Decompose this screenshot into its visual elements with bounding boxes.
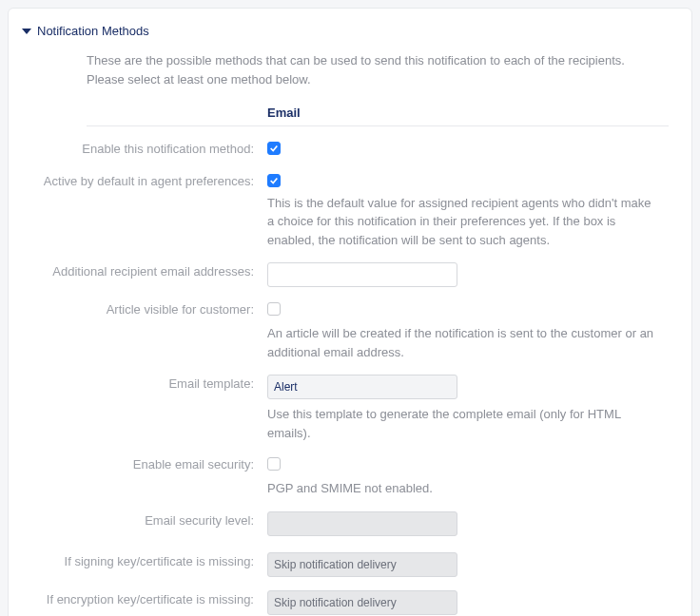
divider <box>87 125 669 126</box>
enable-security-label: Enable email security: <box>22 455 267 498</box>
signing-missing-value: Skip notification delivery <box>274 558 397 571</box>
encryption-missing-select[interactable]: Skip notification delivery <box>267 590 457 615</box>
security-level-label: Email security level: <box>22 511 267 539</box>
additional-recipients-label: Additional recipient email addresses: <box>22 262 267 287</box>
signing-missing-select[interactable]: Skip notification delivery <box>267 552 457 577</box>
security-level-select[interactable] <box>267 511 457 536</box>
caret-down-icon <box>22 29 31 34</box>
check-icon <box>269 176 279 185</box>
enable-security-checkbox[interactable] <box>267 457 281 471</box>
enable-method-label: Enable this notification method: <box>22 140 267 159</box>
additional-recipients-input[interactable] <box>267 262 457 287</box>
email-template-select[interactable]: Alert <box>267 375 457 399</box>
email-template-label: Email template: <box>22 375 267 442</box>
active-default-label: Active by default in agent preferences: <box>22 172 267 250</box>
email-template-help: Use this template to generate the comple… <box>267 405 659 442</box>
column-header-email: Email <box>267 106 678 125</box>
panel-title: Notification Methods <box>37 24 149 38</box>
article-visible-checkbox[interactable] <box>267 302 281 316</box>
article-visible-help: An article will be created if the notifi… <box>267 324 659 361</box>
enable-method-checkbox[interactable] <box>267 142 281 155</box>
enable-security-help: PGP and SMIME not enabled. <box>267 479 659 498</box>
notification-methods-panel[interactable]: Notification Methods These are the possi… <box>8 8 692 616</box>
article-visible-label: Article visible for customer: <box>22 300 267 361</box>
active-default-help: This is the default value for assigned r… <box>267 194 659 250</box>
encryption-missing-value: Skip notification delivery <box>274 596 397 609</box>
panel-intro: These are the possible methods that can … <box>87 51 650 88</box>
panel-header[interactable]: Notification Methods <box>22 24 678 38</box>
signing-missing-label: If signing key/certificate is missing: <box>22 552 267 577</box>
active-default-checkbox[interactable] <box>267 174 281 187</box>
check-icon <box>269 144 279 153</box>
email-template-value: Alert <box>274 380 298 394</box>
encryption-missing-label: If encryption key/certificate is missing… <box>22 590 267 615</box>
